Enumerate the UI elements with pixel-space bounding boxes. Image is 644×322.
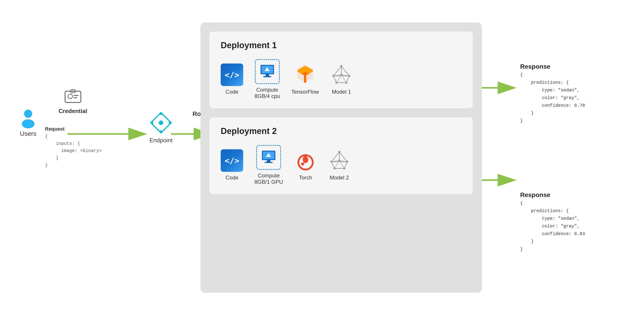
request-section: Request { inputs: { image: <binary> } } <box>45 126 102 169</box>
compute-label-1: Compute8GB/4 cpu <box>254 87 280 99</box>
svg-line-43 <box>346 76 349 83</box>
model-label-1: Model 1 <box>332 89 351 95</box>
svg-line-63 <box>332 152 339 162</box>
deployment-1-tensorflow: TensorFlow <box>291 64 319 95</box>
svg-point-20 <box>169 121 171 124</box>
deployment-2-title: Deployment 2 <box>221 126 462 136</box>
deployment-1-code: </> Code <box>221 64 243 95</box>
deployment-1-model: Model 1 <box>330 64 352 95</box>
users-label: Users <box>20 130 36 137</box>
deployment-1-title: Deployment 1 <box>221 40 462 50</box>
deployment-2-torch: Torch <box>294 149 317 181</box>
credential-icon <box>64 88 82 106</box>
svg-rect-25 <box>266 74 269 76</box>
svg-line-64 <box>339 152 347 162</box>
svg-line-68 <box>344 162 347 168</box>
deployment-2-box: Deployment 2 </> Code <box>210 117 473 194</box>
model-icon-2 <box>328 149 350 172</box>
torch-icon-2 <box>294 149 317 172</box>
code-label-1: Code <box>226 89 238 95</box>
response-2-title: Response <box>520 192 637 198</box>
compute-icon-2 <box>256 145 281 170</box>
svg-line-38 <box>334 66 341 76</box>
deployment-2-model: Model 2 <box>328 149 350 181</box>
svg-line-42 <box>334 76 336 83</box>
code-icon-1: </> <box>221 64 243 86</box>
credential-label: Credential <box>58 108 87 114</box>
svg-line-39 <box>341 66 349 76</box>
users-section: Users <box>18 108 38 137</box>
svg-rect-13 <box>74 95 78 96</box>
deployment-1-box: Deployment 1 </> Code <box>210 32 473 108</box>
svg-rect-51 <box>267 160 270 162</box>
response-1-section: Response { predictions: { type: "sedan",… <box>520 63 637 125</box>
svg-rect-14 <box>74 97 77 98</box>
svg-point-21 <box>160 130 162 133</box>
svg-rect-26 <box>263 76 271 77</box>
svg-point-22 <box>151 121 153 124</box>
user-icon <box>18 108 38 128</box>
code-label-2: Code <box>226 174 238 181</box>
tensorflow-label-1: TensorFlow <box>291 89 319 95</box>
deployments-container: Deployment 1 </> Code <box>200 22 482 293</box>
compute-label-2: Compute8GB/1 GPU <box>254 172 283 185</box>
svg-point-16 <box>72 90 74 92</box>
svg-point-56 <box>301 162 304 166</box>
response-2-code: { predictions: { type: "sedan", color: "… <box>520 200 637 253</box>
deployment-2-compute: Compute8GB/1 GPU <box>254 145 283 185</box>
svg-point-19 <box>160 112 162 115</box>
response-2-section: Response { predictions: { type: "sedan",… <box>520 192 637 253</box>
svg-line-67 <box>332 162 334 168</box>
model-label-2: Model 2 <box>330 174 349 181</box>
request-label: Request <box>45 126 102 132</box>
credential-section: Credential <box>58 88 87 114</box>
compute-icon-1 <box>255 59 280 84</box>
svg-point-9 <box>24 110 32 118</box>
svg-point-10 <box>22 119 34 128</box>
deployment-2-code: </> Code <box>221 149 243 181</box>
deployment-1-compute: Compute8GB/4 cpu <box>254 59 280 99</box>
torch-label-2: Torch <box>299 174 312 181</box>
request-code: { inputs: { image: <binary> } } <box>45 133 102 169</box>
model-icon-1 <box>330 64 352 86</box>
endpoint-label: Endpoint <box>150 137 173 144</box>
tensorflow-icon-1 <box>294 64 316 86</box>
deployment-1-items: </> Code <box>221 59 462 99</box>
svg-point-12 <box>68 94 72 99</box>
deployment-2-items: </> Code <box>221 145 462 185</box>
response-1-code: { predictions: { type: "sedan", color: "… <box>520 71 637 125</box>
endpoint-section: Endpoint <box>148 110 174 144</box>
code-icon-2: </> <box>221 149 243 172</box>
response-1-title: Response <box>520 63 637 70</box>
svg-point-18 <box>159 120 163 125</box>
endpoint-icon <box>148 110 174 135</box>
svg-rect-52 <box>264 162 273 163</box>
